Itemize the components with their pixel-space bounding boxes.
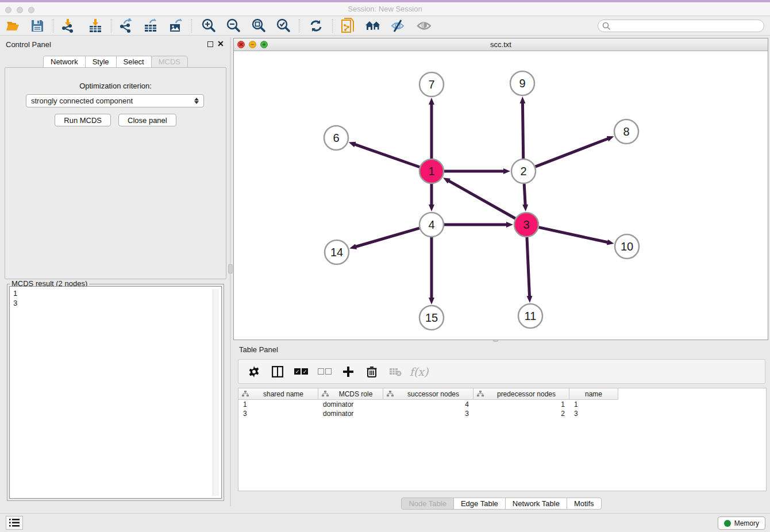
memory-status-dot xyxy=(724,520,731,527)
node-label-8: 8 xyxy=(623,125,629,138)
mcds-panel: Optimization criterion: strongly connect… xyxy=(5,67,226,279)
zoom-fit-icon[interactable] xyxy=(250,18,267,34)
column-header-successor-nodes[interactable]: successor nodes xyxy=(383,388,473,400)
import-network-icon[interactable] xyxy=(59,18,76,34)
toolbar-separator xyxy=(111,19,111,33)
network-window-titlebar[interactable]: ✕ − + scc.txt xyxy=(234,38,768,51)
cell-successor-nodes[interactable]: 4 xyxy=(383,400,473,409)
edge-2-9[interactable] xyxy=(522,103,523,159)
cell-predecessor-nodes[interactable]: 2 xyxy=(473,409,569,418)
tab-node-table[interactable]: Node Table xyxy=(401,498,454,510)
hierarchy-icon xyxy=(477,391,484,397)
table-body: 1dominator4113dominator323 xyxy=(238,400,766,418)
export-network-icon[interactable] xyxy=(117,18,134,34)
cell-predecessor-nodes[interactable]: 1 xyxy=(473,400,569,409)
open-session-icon[interactable] xyxy=(5,18,22,34)
column-header-shared-name[interactable]: shared name xyxy=(238,388,318,400)
node-label-1: 1 xyxy=(428,165,434,178)
edge-3-10[interactable] xyxy=(538,228,607,242)
control-panel-title: Control Panel xyxy=(6,40,51,49)
close-panel-icon[interactable]: ✕ xyxy=(217,39,224,48)
tab-network[interactable]: Network xyxy=(43,56,86,68)
float-panel-icon[interactable] xyxy=(207,41,213,47)
import-table-icon[interactable] xyxy=(87,18,104,34)
network-window: ✕ − + scc.txt 7968124314101511 xyxy=(233,38,768,340)
search-icon xyxy=(602,22,611,30)
hierarchy-icon xyxy=(242,391,249,397)
zoom-selected-icon[interactable] xyxy=(275,18,292,34)
chevron-updown-icon xyxy=(194,98,199,104)
cell-shared-name[interactable]: 1 xyxy=(238,400,318,409)
memory-button[interactable]: Memory xyxy=(718,516,765,530)
refresh-layout-icon[interactable] xyxy=(307,18,325,34)
node-label-10: 10 xyxy=(621,240,633,253)
cell-mcds-role[interactable]: dominator xyxy=(318,400,383,409)
show-all-nodes-icon[interactable] xyxy=(364,18,382,34)
tab-network-table[interactable]: Network Table xyxy=(505,498,567,510)
vertical-splitter-handle[interactable] xyxy=(228,264,233,273)
hide-selected-icon[interactable] xyxy=(389,18,406,34)
cell-successor-nodes[interactable]: 3 xyxy=(383,409,473,418)
edge-3-1[interactable] xyxy=(449,181,515,219)
edge-2-3[interactable] xyxy=(524,184,525,205)
table-row-0[interactable]: 1dominator411 xyxy=(238,400,766,409)
criterion-select[interactable]: strongly connected component xyxy=(26,94,204,107)
cell-name[interactable]: 1 xyxy=(569,400,618,409)
run-mcds-button[interactable]: Run MCDS xyxy=(55,114,111,126)
mcds-result-text[interactable]: 1 3 xyxy=(9,286,222,499)
network-graph: 7968124314101511 xyxy=(234,51,768,340)
table-row-1[interactable]: 3dominator323 xyxy=(238,409,766,418)
table-tabs: Node TableEdge TableNetwork TableMotifs xyxy=(233,498,770,510)
close-panel-button[interactable]: Close panel xyxy=(118,114,176,126)
list-icon xyxy=(9,519,20,527)
node-label-3: 3 xyxy=(523,218,529,231)
table-panel: Table Panel ✕ ✓✓ f(x) shared nameMCDS ro… xyxy=(233,342,770,511)
edge-1-6[interactable] xyxy=(355,144,419,167)
column-header-mcds-role[interactable]: MCDS role xyxy=(318,388,383,400)
clone-network-icon[interactable] xyxy=(340,18,357,34)
select-all-rows-icon[interactable]: ✓✓ xyxy=(294,364,309,379)
show-columns-icon[interactable] xyxy=(270,364,285,379)
cell-shared-name[interactable]: 3 xyxy=(238,409,318,418)
add-column-icon[interactable] xyxy=(341,364,356,379)
search-input[interactable] xyxy=(598,20,764,32)
control-panel: Control Panel ✕ NetworkStyleSelectMCDS O… xyxy=(0,37,231,506)
zoom-in-icon[interactable] xyxy=(200,18,217,34)
deselect-all-rows-icon[interactable] xyxy=(317,364,332,379)
column-header-predecessor-nodes[interactable]: predecessor nodes xyxy=(473,388,569,400)
tab-edge-table[interactable]: Edge Table xyxy=(453,498,506,510)
show-hidden-icon[interactable] xyxy=(415,18,432,34)
optimization-criterion-label: Optimization criterion: xyxy=(5,82,226,90)
network-window-title: scc.txt xyxy=(234,40,768,49)
zoom-out-icon[interactable] xyxy=(225,18,242,34)
table-toolbar: ✓✓ f(x) xyxy=(238,359,765,384)
tab-style[interactable]: Style xyxy=(85,56,117,68)
status-bar: Memory xyxy=(0,513,770,532)
node-label-6: 6 xyxy=(333,132,339,144)
table-header-row: shared nameMCDS rolesuccessor nodesprede… xyxy=(238,388,766,400)
tab-motifs[interactable]: Motifs xyxy=(567,498,602,510)
export-table-icon[interactable] xyxy=(142,18,159,34)
edge-3-11[interactable] xyxy=(527,237,530,296)
tab-select[interactable]: Select xyxy=(116,56,152,68)
edge-4-14[interactable] xyxy=(356,228,419,246)
edge-2-8[interactable] xyxy=(536,138,609,167)
node-label-7: 7 xyxy=(428,78,434,91)
hierarchy-icon xyxy=(387,391,394,397)
export-image-icon[interactable] xyxy=(167,18,184,34)
tab-mcds[interactable]: MCDS xyxy=(151,56,188,68)
memory-label: Memory xyxy=(734,519,759,527)
table-settings-gear-icon[interactable] xyxy=(247,364,261,379)
result-scrollbar[interactable] xyxy=(213,289,219,496)
node-table: shared nameMCDS rolesuccessor nodesprede… xyxy=(238,388,767,491)
column-header-name[interactable]: name xyxy=(569,388,618,400)
task-history-button[interactable] xyxy=(6,516,23,530)
cell-name[interactable]: 3 xyxy=(569,409,618,418)
cell-mcds-role[interactable]: dominator xyxy=(318,409,383,418)
criterion-value: strongly connected component xyxy=(31,97,133,105)
delete-column-trash-icon[interactable] xyxy=(364,364,379,379)
toolbar-separator xyxy=(53,19,53,33)
save-session-icon[interactable] xyxy=(29,18,46,34)
main-toolbar xyxy=(0,17,770,36)
network-canvas[interactable]: 7968124314101511 xyxy=(234,51,768,340)
